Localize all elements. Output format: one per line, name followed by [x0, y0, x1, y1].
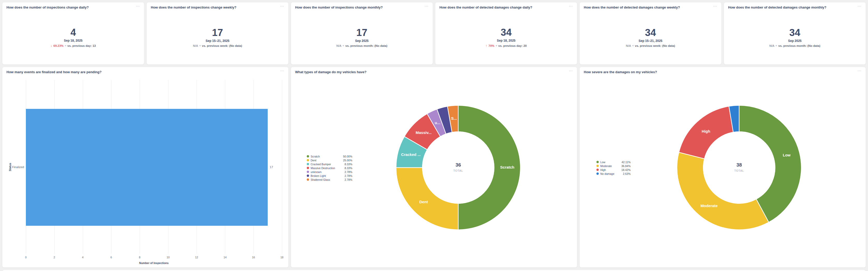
donut-slice-scratch[interactable] [458, 106, 520, 230]
kpi-delta: ↑ 70% vs. previous day: 20 [486, 44, 527, 48]
legend-color-dot-icon [307, 163, 309, 165]
kpi-period: Sep 2025 [355, 39, 369, 43]
card-title: How does the number of detected damages … [439, 5, 532, 9]
legend-label: Moderate [600, 164, 612, 168]
kpi-card-damages-monthly: How does the number of detected damages … [724, 2, 866, 65]
damage-types-donut-panel: What types of damage do my vehicles have… [291, 67, 577, 268]
ellipsis-menu-icon[interactable]: ⋯ [135, 5, 141, 7]
panel-title: How many events are finalized and how ma… [6, 70, 102, 74]
kpi-period: Sep 18, 2025 [497, 39, 516, 42]
delta-percent: 69.23% [54, 44, 64, 47]
kpi-body: 17 Sep 2025 N/A vs. previous month: (No … [291, 10, 433, 64]
donut-slice-high[interactable] [679, 106, 733, 159]
x-tick-label: 6 [106, 256, 116, 259]
kpi-value: 34 [501, 27, 512, 37]
legend-item-shattered-glass[interactable]: Shattered Glass2.78% [307, 178, 352, 182]
legend-item-moderate[interactable]: Moderate36.84% [596, 164, 630, 168]
legend-label: Massive Destruction [311, 167, 335, 170]
legend-percentage: 2.78% [344, 178, 352, 181]
severity-legend: Low42.11%Moderate36.84%High18.42%No dama… [596, 160, 630, 176]
bar-value-label: 17 [270, 165, 273, 169]
ellipsis-menu-icon[interactable]: ⋯ [857, 5, 862, 7]
legend-percentage: 25.00% [343, 159, 352, 162]
finalized-pending-bar-panel: How many events are finalized and how ma… [2, 67, 289, 268]
delta-comparison: vs. previous day: 13 [67, 44, 96, 47]
delta-comparison: vs. previous month: (No data) [345, 44, 387, 47]
legend-percentage: 18.42% [621, 168, 630, 172]
legend-item-dent[interactable]: Dent25.00% [307, 158, 352, 162]
legend-item-high[interactable]: High18.42% [596, 168, 630, 172]
legend-color-dot-icon [307, 175, 309, 177]
donut-total-label: TOTAL [454, 169, 463, 172]
legend-item-cracked-bumper[interactable]: Cracked Bumper8.33% [307, 162, 352, 166]
legend-item-broken-light[interactable]: Broken Light2.78% [307, 174, 352, 178]
ellipsis-menu-icon[interactable]: ⋯ [280, 69, 285, 72]
ellipsis-menu-icon[interactable]: ⋯ [424, 5, 429, 7]
kpi-row: How does the number of inspections chang… [2, 2, 866, 65]
kpi-period: Sep 18, 2025 [64, 39, 83, 42]
dot-separator-icon [65, 45, 66, 46]
kpi-card-damages-weekly: How does the number of detected damages … [579, 2, 722, 65]
legend-color-dot-icon [307, 171, 309, 173]
legend-color-dot-icon [596, 173, 599, 175]
arrow-up-icon: ↑ [486, 44, 487, 48]
legend-label: No damage [600, 172, 614, 175]
bar-chart: Status Number of Inspections 02468101214… [2, 67, 288, 267]
severity-donut-panel: How severe are the damages on my vehicle… [579, 67, 866, 268]
bar-finalized[interactable] [26, 109, 268, 226]
donut-slice-dent[interactable] [396, 168, 458, 230]
delta-percent: 70% [489, 44, 495, 47]
delta-comparison: vs. previous week: (No data) [635, 44, 675, 47]
legend-percentage: 50.00% [343, 155, 352, 158]
legend-color-dot-icon [307, 155, 309, 157]
legend-label: High [600, 168, 606, 172]
legend-color-dot-icon [596, 165, 599, 167]
kpi-value: 34 [789, 27, 800, 38]
legend-color-dot-icon [307, 159, 309, 161]
legend-label: Cracked Bumper [311, 163, 331, 166]
legend-label: Shattered Glass [311, 178, 330, 181]
x-tick-label: 18 [277, 256, 287, 259]
damage-types-legend: Scratch50.00%Dent25.00%Cracked Bumper8.3… [307, 154, 352, 182]
legend-percentage: 36.84% [621, 164, 630, 168]
arrow-down-icon: ↓ [51, 44, 52, 48]
legend-color-dot-icon [596, 169, 599, 171]
legend-item-low[interactable]: Low42.11% [596, 160, 630, 164]
legend-percentage: 2.78% [344, 174, 352, 177]
card-title: How does the number of inspections chang… [151, 5, 237, 9]
dot-separator-icon [632, 45, 634, 46]
panel-title: How severe are the damages on my vehicle… [584, 70, 657, 74]
ellipsis-menu-icon[interactable]: ⋯ [280, 5, 285, 7]
legend-item-unknown[interactable]: unknown2.78% [307, 170, 352, 174]
legend-percentage: 2.63% [623, 172, 630, 175]
kpi-value: 4 [70, 27, 76, 37]
x-axis-title: Number of Inspections [115, 262, 193, 265]
kpi-period: Sep 15–21, 2025 [639, 39, 662, 43]
legend-label: Dent [311, 159, 316, 162]
card-title: How does the number of inspections chang… [295, 5, 383, 9]
legend-item-massive-destruction[interactable]: Massive Destruction8.33% [307, 166, 352, 170]
ellipsis-menu-icon[interactable]: ⋯ [857, 69, 862, 72]
kpi-card-damages-daily: How does the number of detected damages … [435, 2, 577, 65]
kpi-card-inspections-weekly: How does the number of inspections chang… [146, 2, 289, 65]
ellipsis-menu-icon[interactable]: ⋯ [713, 5, 718, 7]
ellipsis-menu-icon[interactable]: ⋯ [568, 69, 574, 72]
chart-row: How many events are finalized and how ma… [2, 67, 866, 268]
legend-item-no-damage[interactable]: No damage2.63% [596, 172, 630, 176]
legend-color-dot-icon [307, 178, 309, 181]
delta-percent: N/A [193, 44, 198, 47]
kpi-card-inspections-daily: How does the number of inspections chang… [2, 2, 144, 65]
delta-percent: N/A [769, 44, 774, 47]
card-title: How does the number of detected damages … [584, 5, 680, 9]
legend-label: Scratch [311, 155, 320, 158]
x-tick-label: 4 [78, 256, 88, 259]
legend-percentage: 2.78% [344, 171, 352, 174]
donut-total-value: 36 [456, 162, 461, 168]
donut-slice-moderate[interactable] [677, 152, 769, 230]
x-tick-label: 2 [49, 256, 60, 259]
x-tick-label: 8 [134, 256, 145, 259]
ellipsis-menu-icon[interactable]: ⋯ [568, 5, 574, 7]
donut-total-label: TOTAL [734, 169, 744, 172]
legend-item-scratch[interactable]: Scratch50.00% [307, 154, 352, 158]
legend-percentage: 42.11% [621, 160, 630, 164]
